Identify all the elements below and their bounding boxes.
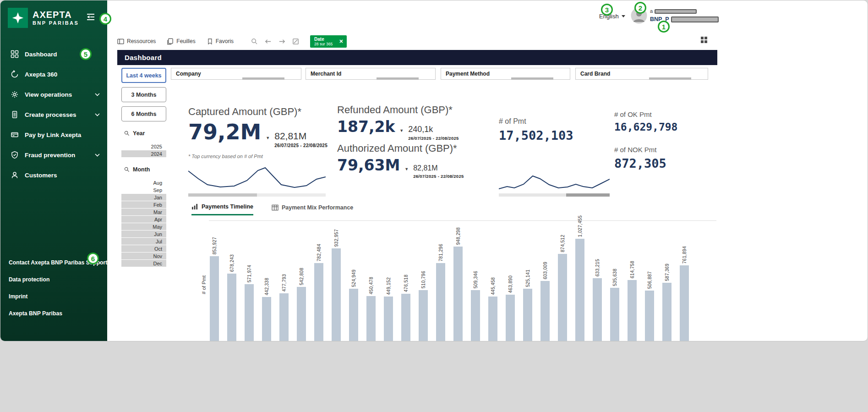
year-item-2025[interactable]: 2025 (121, 143, 166, 150)
bar[interactable]: 948,298 (453, 247, 463, 341)
year-item-2024[interactable]: 2024 (121, 150, 166, 158)
filter-field-scrollbar[interactable] (242, 77, 284, 80)
scrollbar-thumb[interactable] (188, 193, 257, 197)
filter-field-company[interactable]: Company (171, 68, 301, 80)
bar-value-label: 761,894 (682, 246, 687, 264)
bar[interactable]: 571,974 (245, 284, 254, 341)
sidebar-item-view-operations[interactable]: View operations (0, 84, 107, 104)
month-item-Dec[interactable]: Dec (121, 260, 166, 267)
ressources-button[interactable]: Ressources (117, 38, 156, 45)
bar[interactable]: 506,887 (645, 291, 654, 341)
year-filter-list: 20252024 (121, 143, 166, 158)
bar[interactable]: 587,369 (662, 283, 671, 341)
month-item-Mar[interactable]: Mar (121, 209, 166, 216)
sidebar-item-fraud-prevention[interactable]: Fraud prevention (0, 145, 107, 165)
time-filter-last-4-weeks[interactable]: Last 4 weeks (121, 68, 166, 83)
bar-value-label: 932,957 (334, 229, 339, 247)
bar[interactable]: 633,215 (593, 278, 602, 341)
sidebar-item-create-processes[interactable]: Create processes (0, 104, 107, 125)
bar[interactable]: 477,793 (279, 293, 289, 341)
time-filter-6-months[interactable]: 6 Months (121, 106, 166, 121)
sidebar-item-customers[interactable]: Customers (0, 165, 107, 185)
document-list-icon (11, 110, 19, 119)
shield-icon (11, 151, 19, 159)
bar[interactable]: 525,141 (523, 289, 532, 341)
bar[interactable]: 761,894 (680, 265, 689, 341)
selection-chip-date[interactable]: Date 28 sur 365 ✕ (310, 35, 347, 48)
annotation-marker: 4 (99, 13, 111, 25)
app-window: AXEPTA BNP PARIBAS Dashboard Axepta 360 (0, 0, 868, 341)
sidebar-item-axepta-360[interactable]: Axepta 360 (0, 64, 107, 84)
filter-field-payment-method[interactable]: Payment Method (441, 68, 570, 80)
filter-field-merchant-id[interactable]: Merchant Id (306, 68, 436, 80)
bar[interactable]: 678,243 (227, 274, 236, 341)
month-item-Jan[interactable]: Jan (121, 194, 166, 201)
month-item-May[interactable]: May (121, 223, 166, 231)
filter-field-scrollbar[interactable] (511, 77, 553, 80)
sidebar-footer-link[interactable]: Data protection (9, 277, 103, 283)
sidebar-footer-link[interactable]: Imprint (9, 294, 103, 300)
bar[interactable]: 476,518 (401, 294, 410, 341)
bar[interactable]: 510,796 (419, 290, 428, 341)
bar[interactable]: 874,512 (558, 254, 567, 341)
sidebar-item-label: Create processes (25, 111, 76, 118)
bar[interactable]: 463,890 (506, 295, 515, 341)
month-item-Oct[interactable]: Oct (121, 245, 166, 253)
bar-value-label: 603,009 (543, 262, 548, 279)
bar[interactable]: 442,338 (262, 297, 271, 341)
bar[interactable]: 781,296 (436, 263, 445, 341)
bar[interactable]: 535,638 (610, 288, 619, 341)
bar[interactable]: 445,458 (488, 297, 497, 341)
sparkline-scrollbar[interactable] (188, 193, 326, 197)
month-item-Aug[interactable]: Aug (121, 179, 166, 187)
month-item-Feb[interactable]: Feb (121, 201, 166, 209)
feuilles-button[interactable]: Feuilles (167, 38, 195, 45)
month-filter-header[interactable]: Month (124, 166, 150, 173)
bar[interactable]: 782,484 (314, 263, 323, 341)
chevron-down-icon[interactable] (95, 113, 100, 116)
tab-payments-timeline[interactable]: Payments Timeline (191, 203, 253, 215)
bar-value-label: 874,512 (560, 235, 565, 252)
year-filter-header[interactable]: Year (124, 130, 145, 137)
selections-back-icon[interactable] (265, 38, 272, 44)
selections-forward-icon[interactable] (278, 38, 285, 44)
time-filter-3-months[interactable]: 3 Months (121, 87, 166, 102)
bar[interactable]: 524,949 (349, 289, 358, 341)
chevron-down-icon[interactable] (95, 154, 100, 157)
bar[interactable]: 853,927 (210, 256, 219, 341)
user-name-line: a (650, 8, 719, 15)
close-icon[interactable]: ✕ (339, 38, 343, 44)
bar[interactable]: 1,027,455 (575, 239, 584, 341)
bar[interactable]: 542,808 (297, 287, 306, 341)
bar[interactable]: 450,478 (366, 296, 376, 341)
month-item-Sep[interactable]: Sep (121, 187, 166, 194)
bar[interactable]: 449,152 (384, 297, 393, 341)
sidebar-item-pay-by-link[interactable]: Pay by Link Axepta (0, 125, 107, 145)
sheet-grid-icon[interactable] (700, 36, 708, 45)
filter-field-scrollbar[interactable] (649, 77, 691, 80)
month-item-Apr[interactable]: Apr (121, 216, 166, 223)
annotation-marker: 3 (601, 4, 613, 16)
decline-arrow-icon: ▼ (266, 136, 270, 140)
smart-search-icon[interactable] (251, 38, 258, 45)
tab-payment-mix-performance[interactable]: Payment Mix Performance (272, 203, 353, 215)
sparkline-scrollbar[interactable] (499, 193, 610, 197)
sidebar-collapse-icon[interactable] (86, 13, 95, 22)
filter-field-card-brand[interactable]: Card Brand (575, 68, 708, 80)
filter-field-scrollbar[interactable] (377, 77, 419, 80)
bar[interactable]: 614,758 (628, 280, 637, 341)
chevron-down-icon[interactable] (95, 93, 100, 96)
month-item-Jul[interactable]: Jul (121, 238, 166, 245)
operations-gear-icon (11, 90, 19, 99)
favoris-button[interactable]: Favoris (207, 38, 234, 45)
bar[interactable]: 509,346 (471, 290, 480, 341)
bar[interactable]: 603,009 (540, 281, 550, 341)
scrollbar-thumb[interactable] (566, 193, 610, 197)
annotation-marker: 5 (80, 48, 92, 60)
sidebar-footer-link[interactable]: Axepta BNP Paribas (9, 311, 103, 317)
kpi-comparison-period: 26/07/2025 - 22/08/2025 (408, 136, 459, 141)
month-item-Jun[interactable]: Jun (121, 231, 166, 238)
bar[interactable]: 932,957 (332, 248, 341, 341)
month-item-Nov[interactable]: Nov (121, 253, 166, 260)
clear-selections-icon[interactable] (292, 38, 299, 45)
